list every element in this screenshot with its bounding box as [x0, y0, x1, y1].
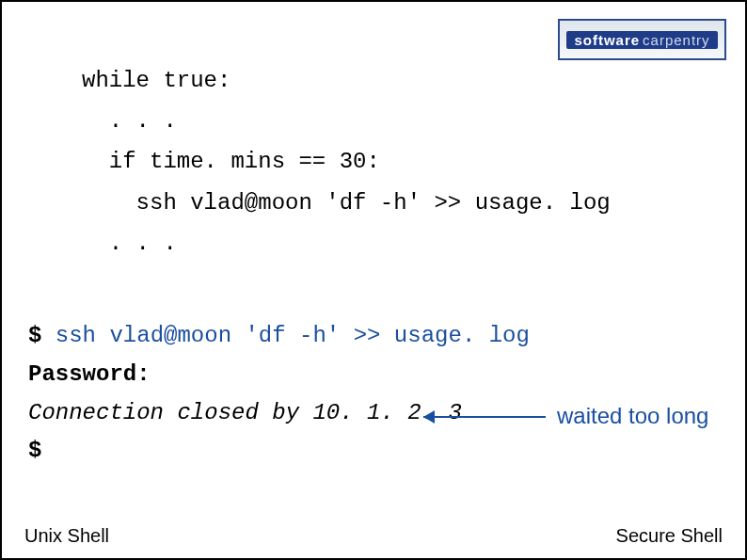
password-label: Password:	[28, 361, 151, 387]
code-line-1: while true:	[82, 68, 230, 93]
annotation-text: waited too long	[557, 403, 708, 429]
connection-closed: Connection closed by 10. 1. 2. 3	[28, 400, 462, 425]
footer-right: Secure Shell	[616, 525, 723, 547]
code-line-3: if time. mins == 30:	[82, 149, 380, 174]
software-carpentry-logo: softwarecarpentry	[558, 19, 726, 60]
prompt-2: $	[28, 438, 41, 463]
prompt-1: $	[28, 323, 41, 348]
pseudocode-block: while true: . . . if time. mins == 30: s…	[82, 60, 611, 264]
logo-part1: software	[574, 32, 640, 48]
logo-part2: carpentry	[643, 32, 710, 48]
code-line-5: . . .	[82, 231, 177, 256]
code-line-2: . . .	[82, 108, 177, 134]
arrow-left-icon	[423, 410, 435, 424]
code-line-4: ssh vlad@moon 'df -h' >> usage. log	[82, 190, 611, 216]
terminal-block: $ ssh vlad@moon 'df -h' >> usage. log Pa…	[28, 317, 530, 471]
command-line: ssh vlad@moon 'df -h' >> usage. log	[41, 323, 529, 348]
arrow-line	[423, 416, 546, 418]
slide-frame: softwarecarpentry while true: . . . if t…	[0, 0, 747, 560]
footer-left: Unix Shell	[24, 525, 109, 547]
logo-text: softwarecarpentry	[566, 31, 717, 49]
